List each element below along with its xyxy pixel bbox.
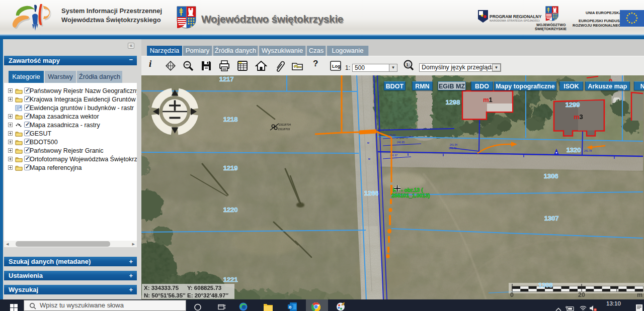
- svg-text:1219: 1219: [223, 164, 238, 172]
- svg-text:1307: 1307: [544, 215, 559, 222]
- svg-text:1320: 1320: [567, 146, 581, 154]
- svg-text:1217: 1217: [219, 75, 234, 83]
- svg-text:1298: 1298: [446, 98, 460, 106]
- svg-text:w: w: [368, 157, 370, 160]
- svg-text:1266: 1266: [364, 189, 379, 197]
- svg-text:1306: 1306: [544, 172, 558, 180]
- svg-text:266101_1.0013): 266101_1.0013): [391, 192, 430, 198]
- svg-text:20: 20: [578, 291, 585, 298]
- svg-text:m3: m3: [574, 113, 583, 121]
- svg-text:241.78: 241.78: [584, 149, 592, 152]
- svg-text:1:: 1:: [406, 62, 410, 67]
- svg-text:Log: Log: [332, 64, 341, 69]
- svg-text:23118704: 23118704: [279, 123, 291, 126]
- svg-text:m: m: [637, 291, 642, 298]
- svg-text:1299: 1299: [566, 101, 580, 109]
- svg-text:1220: 1220: [223, 206, 238, 214]
- svg-text:0: 0: [510, 291, 514, 298]
- svg-text:240.85: 240.85: [397, 141, 405, 144]
- svg-text:1221: 1221: [223, 276, 238, 283]
- svg-text:m1: m1: [483, 96, 493, 103]
- svg-text:23118703: 23118703: [278, 128, 290, 131]
- svg-text:1308: 1308: [538, 281, 553, 289]
- svg-text:246.72: 246.72: [449, 147, 457, 150]
- svg-text:w: w: [367, 141, 369, 144]
- svg-text:1218: 1218: [223, 116, 238, 123]
- svg-text:241.94: 241.94: [450, 143, 458, 146]
- svg-text:o: o: [289, 304, 291, 309]
